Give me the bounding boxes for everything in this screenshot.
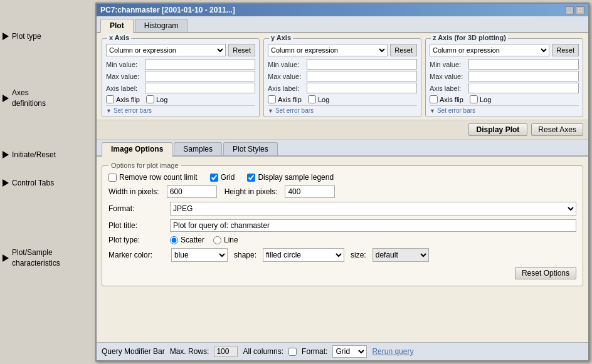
arrow-plot-type	[3, 33, 9, 40]
z-flip-label[interactable]: Axis flip	[430, 95, 463, 103]
z-min-input[interactable]	[468, 59, 579, 70]
x-flip-label[interactable]: Axis flip	[106, 95, 140, 103]
width-label: Width in pixels:	[108, 187, 159, 196]
y-axis-group: y Axis Column or expression Reset Min va…	[263, 38, 421, 117]
x-error-bar-label[interactable]: Set error bars	[114, 107, 152, 114]
reset-axes-btn[interactable]: Reset Axes	[531, 123, 583, 136]
y-error-arrow: ▼	[268, 108, 273, 114]
x-log-label[interactable]: Log	[146, 95, 167, 103]
y-max-label: Max value:	[268, 73, 307, 80]
x-max-label: Max value:	[106, 73, 145, 80]
radio-scatter[interactable]: Scatter	[170, 236, 204, 244]
display-legend-checkbox[interactable]	[247, 174, 255, 182]
options-panel: Options for plot image Remove row count …	[97, 157, 588, 342]
query-modifier-label: Query Modifier Bar	[102, 347, 165, 356]
marker-color-label: Marker color:	[108, 251, 165, 259]
max-rows-input[interactable]	[214, 346, 238, 357]
y-axis-select[interactable]: Column or expression	[268, 44, 388, 56]
rerun-query-link[interactable]: Rerun query	[372, 347, 413, 356]
width-input[interactable]	[167, 185, 217, 198]
plot-type-label-group: Plot type	[3, 23, 95, 50]
z-axis-reset-btn[interactable]: Reset	[552, 44, 579, 56]
z-axislabel-input[interactable]	[468, 83, 579, 93]
ctrl-tab-samples[interactable]: Samples	[174, 142, 222, 155]
options-row-marker: Marker color: blue red green black white…	[108, 248, 576, 262]
x-axis-reset-btn[interactable]: Reset	[228, 44, 255, 56]
ctrl-tab-image-options[interactable]: Image Options	[102, 142, 172, 157]
control-tab-bar: Image Options Samples Plot Styles	[97, 140, 588, 157]
x-flip-checkbox[interactable]	[106, 95, 114, 103]
z-error-bar-label[interactable]: Set error bars	[437, 107, 475, 114]
y-flip-checkbox[interactable]	[268, 95, 276, 103]
display-legend-label[interactable]: Display sample legend	[247, 173, 334, 182]
initiate-text: Initiate/Reset	[12, 150, 56, 159]
plot-title-input[interactable]	[170, 219, 576, 232]
arrow-control-tabs	[3, 179, 9, 187]
tab-histogram[interactable]: Histogram	[135, 19, 188, 32]
options-legend: Options for plot image	[108, 162, 181, 169]
ctrl-tab-plot-styles[interactable]: Plot Styles	[223, 142, 278, 155]
x-axislabel-input[interactable]	[145, 83, 255, 93]
radio-scatter-input[interactable]	[170, 236, 178, 244]
x-log-checkbox[interactable]	[146, 95, 154, 103]
top-tab-bar: Plot Histogram	[97, 16, 588, 33]
size-select[interactable]: default small medium large	[373, 248, 429, 262]
format-label: Format:	[108, 204, 165, 213]
maximize-btn[interactable]: □	[576, 6, 584, 14]
display-plot-btn[interactable]: Display Plot	[468, 123, 528, 136]
title-bar: PC7:chanmaster [2001-01-10 - 2011...] _ …	[97, 4, 588, 16]
reset-options-btn[interactable]: Reset Options	[515, 267, 576, 279]
z-axis-group: z Axis (for 3D plotting) Column or expre…	[425, 38, 583, 117]
x-axis-group: x Axis Column or expression Reset Min va…	[102, 38, 260, 117]
x-error-arrow: ▼	[106, 108, 112, 114]
y-min-input[interactable]	[307, 59, 417, 70]
x-axis-select[interactable]: Column or expression	[106, 44, 226, 56]
y-axis-reset-btn[interactable]: Reset	[390, 44, 417, 56]
shape-select[interactable]: filled circle open circle square triangl…	[263, 248, 344, 262]
y-max-input[interactable]	[307, 71, 417, 81]
options-row-format: Format: JPEG PNG SVG PDF	[108, 202, 576, 216]
format-bottom-select[interactable]: Grid CSV HTML	[332, 345, 367, 358]
y-error-bar-label[interactable]: Set error bars	[275, 107, 314, 114]
main-window: PC7:chanmaster [2001-01-10 - 2011...] _ …	[95, 3, 589, 361]
y-axis-legend: y Axis	[269, 34, 293, 41]
z-flip-checkbox[interactable]	[430, 95, 438, 103]
radio-line[interactable]: Line	[213, 236, 238, 244]
z-log-label[interactable]: Log	[470, 95, 491, 103]
y-log-label[interactable]: Log	[308, 95, 329, 103]
options-row-title: Plot title:	[108, 219, 576, 232]
z-log-checkbox[interactable]	[470, 95, 478, 103]
grid-checkbox[interactable]	[210, 174, 218, 182]
format-bottom-label: Format:	[302, 347, 327, 356]
y-log-checkbox[interactable]	[308, 95, 316, 103]
window-title: PC7:chanmaster [2001-01-10 - 2011...]	[100, 6, 235, 14]
grid-label[interactable]: Grid	[210, 173, 235, 182]
z-min-label: Min value:	[430, 61, 468, 68]
plot-sample-text: Plot/Samplecharacteristics	[12, 247, 60, 269]
height-input[interactable]	[285, 185, 335, 198]
options-row-dimensions: Width in pixels: Height in pixels:	[108, 185, 576, 198]
format-select[interactable]: JPEG PNG SVG PDF	[170, 202, 576, 216]
y-axislabel-input[interactable]	[307, 83, 417, 93]
remove-row-count-label[interactable]: Remove row count limit	[108, 173, 198, 182]
y-min-label: Min value:	[268, 61, 307, 68]
remove-row-count-checkbox[interactable]	[108, 174, 117, 182]
x-max-input[interactable]	[145, 71, 255, 81]
title-controls: _ □	[565, 6, 584, 14]
minimize-btn[interactable]: _	[565, 6, 574, 14]
z-error-arrow: ▼	[430, 108, 435, 114]
z-axis-select[interactable]: Column or expression	[430, 44, 549, 56]
y-axislabel-label: Axis label:	[268, 85, 307, 92]
x-axis-legend: x Axis	[107, 34, 131, 41]
radio-group: Scatter Line	[170, 236, 238, 244]
plot-type-text: Plot type	[12, 32, 41, 41]
y-flip-label[interactable]: Axis flip	[268, 95, 302, 103]
all-columns-checkbox[interactable]	[288, 348, 297, 356]
marker-color-select[interactable]: blue red green black white	[171, 248, 228, 262]
x-min-input[interactable]	[145, 59, 255, 70]
x-axislabel-label: Axis label:	[106, 85, 145, 92]
tab-plot[interactable]: Plot	[100, 19, 134, 33]
plot-title-label: Plot title:	[108, 221, 165, 230]
radio-line-input[interactable]	[213, 236, 221, 244]
z-max-input[interactable]	[468, 71, 579, 81]
